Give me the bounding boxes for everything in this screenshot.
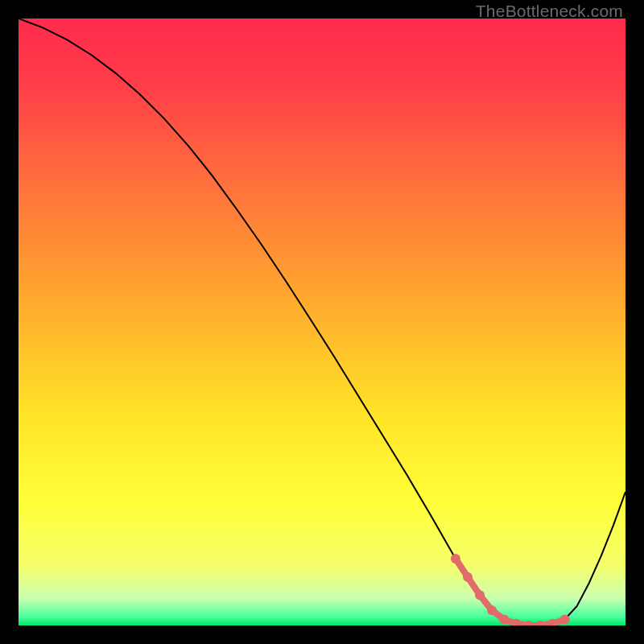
- bottleneck-chart: [19, 19, 625, 625]
- marker-highlight-zone: [499, 614, 509, 624]
- marker-highlight-zone: [487, 605, 497, 615]
- marker-highlight-zone: [463, 572, 473, 582]
- marker-highlight-zone: [560, 614, 570, 624]
- watermark-text: TheBottleneck.com: [476, 2, 623, 21]
- chart-background: [19, 19, 625, 625]
- chart-frame: [19, 19, 625, 625]
- marker-highlight-zone: [475, 590, 485, 600]
- marker-highlight-zone: [451, 554, 460, 564]
